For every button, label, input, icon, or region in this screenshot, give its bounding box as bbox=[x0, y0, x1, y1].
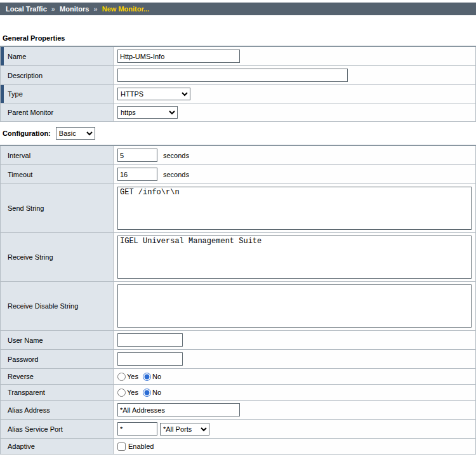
adaptive-enabled-label: Enabled bbox=[128, 442, 154, 450]
user-name-label-cell: User Name bbox=[1, 331, 114, 350]
alias-service-port-select[interactable]: *All Ports bbox=[160, 423, 209, 436]
type-select[interactable]: HTTPS bbox=[117, 88, 190, 100]
description-label-cell: Description bbox=[1, 66, 114, 85]
interval-label: Interval bbox=[8, 152, 30, 159]
transparent-label: Transparent bbox=[8, 389, 45, 396]
interval-label-cell: Interval bbox=[1, 145, 114, 165]
send-string-label: Send String bbox=[8, 204, 44, 212]
receive-disable-string-textarea[interactable] bbox=[117, 284, 472, 328]
general-properties-table: Name Description Type HTTPS Parent Monit… bbox=[0, 46, 476, 122]
configuration-mode-select[interactable]: Basic bbox=[56, 127, 95, 140]
reverse-label: Reverse bbox=[8, 373, 34, 380]
receive-string-textarea[interactable]: IGEL Universal Management Suite bbox=[117, 236, 472, 279]
description-label: Description bbox=[8, 72, 43, 79]
configuration-bar: Configuration: Basic bbox=[3, 127, 476, 140]
name-label-cell: Name bbox=[1, 46, 114, 66]
alias-address-label-cell: Alias Address bbox=[1, 401, 114, 420]
row-send-string: Send String GET /info\r\n bbox=[1, 184, 476, 233]
description-input[interactable] bbox=[117, 69, 348, 82]
interval-unit: seconds bbox=[163, 152, 189, 159]
breadcrumb-link-monitors[interactable]: Monitors bbox=[60, 5, 89, 13]
timeout-label: Timeout bbox=[8, 171, 32, 178]
reverse-yes-radio[interactable] bbox=[117, 373, 126, 381]
parent-monitor-label-cell: Parent Monitor bbox=[1, 103, 114, 122]
row-name: Name bbox=[1, 46, 476, 66]
row-alias-service-port: Alias Service Port *All Ports bbox=[1, 420, 476, 439]
alias-service-port-input[interactable] bbox=[117, 422, 157, 436]
row-timeout: Timeout seconds bbox=[1, 165, 476, 184]
parent-monitor-select[interactable]: https bbox=[117, 106, 178, 119]
row-receive-string: Receive String IGEL Universal Management… bbox=[1, 233, 476, 282]
alias-service-port-label: Alias Service Port bbox=[8, 425, 63, 433]
user-name-input[interactable] bbox=[117, 333, 183, 347]
receive-disable-string-label-cell: Receive Disable String bbox=[1, 282, 114, 331]
reverse-no-label: No bbox=[152, 373, 161, 380]
adaptive-label-cell: Adaptive bbox=[1, 439, 114, 455]
password-label-cell: Password bbox=[1, 350, 114, 369]
transparent-no-label: No bbox=[152, 389, 161, 396]
breadcrumb-current-page: New Monitor... bbox=[102, 5, 150, 13]
row-description: Description bbox=[1, 66, 476, 85]
breadcrumb-separator: » bbox=[51, 5, 55, 13]
row-interval: Interval seconds bbox=[1, 145, 476, 165]
transparent-yes-label: Yes bbox=[127, 389, 138, 396]
timeout-label-cell: Timeout bbox=[1, 165, 114, 184]
section-title-general-properties: General Properties bbox=[3, 34, 476, 42]
row-adaptive: Adaptive Enabled bbox=[1, 439, 476, 455]
transparent-yes-radio[interactable] bbox=[117, 389, 126, 397]
password-input[interactable] bbox=[117, 352, 183, 366]
receive-disable-string-label: Receive Disable String bbox=[8, 302, 78, 310]
transparent-label-cell: Transparent bbox=[1, 385, 114, 401]
row-type: Type HTTPS bbox=[1, 85, 476, 103]
row-receive-disable-string: Receive Disable String bbox=[1, 282, 476, 331]
transparent-no-radio[interactable] bbox=[143, 389, 151, 397]
name-input[interactable] bbox=[117, 50, 240, 63]
user-name-label: User Name bbox=[8, 336, 43, 344]
receive-string-label-cell: Receive String bbox=[1, 233, 114, 282]
reverse-yes-label: Yes bbox=[127, 373, 138, 380]
row-transparent: Transparent YesNo bbox=[1, 385, 476, 401]
adaptive-enabled-checkbox[interactable] bbox=[117, 442, 126, 451]
type-label: Type bbox=[8, 90, 23, 98]
adaptive-label: Adaptive bbox=[8, 442, 35, 450]
row-alias-address: Alias Address bbox=[1, 401, 476, 420]
timeout-unit: seconds bbox=[163, 171, 189, 178]
row-reverse: Reverse YesNo bbox=[1, 369, 476, 385]
breadcrumb-separator: » bbox=[94, 5, 98, 13]
alias-address-input[interactable] bbox=[117, 403, 240, 416]
row-password: Password bbox=[1, 350, 476, 369]
reverse-label-cell: Reverse bbox=[1, 369, 114, 385]
type-label-cell: Type bbox=[1, 85, 114, 103]
configuration-table: Interval seconds Timeout seconds Send St… bbox=[0, 145, 476, 455]
breadcrumb-link-local-traffic[interactable]: Local Traffic bbox=[6, 5, 47, 13]
timeout-input[interactable] bbox=[117, 168, 157, 181]
send-string-label-cell: Send String bbox=[1, 184, 114, 233]
name-label: Name bbox=[8, 53, 26, 60]
alias-address-label: Alias Address bbox=[8, 406, 50, 414]
row-user-name: User Name bbox=[1, 331, 476, 350]
parent-monitor-label: Parent Monitor bbox=[8, 109, 53, 116]
send-string-textarea[interactable]: GET /info\r\n bbox=[117, 187, 472, 230]
reverse-no-radio[interactable] bbox=[143, 373, 151, 381]
row-parent-monitor: Parent Monitor https bbox=[1, 103, 476, 122]
interval-input[interactable] bbox=[117, 149, 157, 162]
password-label: Password bbox=[8, 356, 38, 363]
alias-service-port-label-cell: Alias Service Port bbox=[1, 420, 114, 439]
breadcrumb: Local Traffic » Monitors » New Monitor..… bbox=[0, 3, 476, 15]
configuration-label: Configuration: bbox=[3, 130, 51, 137]
receive-string-label: Receive String bbox=[8, 253, 53, 261]
